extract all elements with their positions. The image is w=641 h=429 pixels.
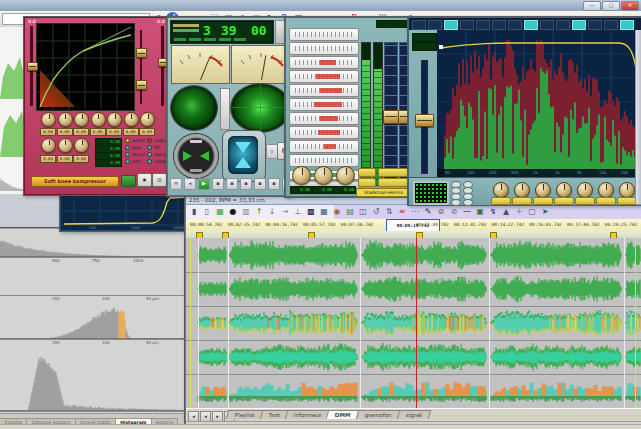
spectrum-tool-13[interactable] [620, 20, 634, 30]
editor-tab-informace[interactable]: Informace [284, 410, 330, 419]
eq-knob-4[interactable] [556, 182, 572, 198]
knob[interactable] [124, 112, 139, 127]
mode-button-1[interactable] [358, 168, 376, 177]
knob[interactable] [58, 138, 73, 153]
spectrum-tool-2[interactable] [444, 20, 458, 30]
track-2[interactable] [186, 272, 641, 307]
spectrum-tool-5[interactable] [492, 20, 506, 30]
transport-button-5[interactable]: ▪ [240, 178, 252, 190]
checkbox-p-d[interactable]: p&d [125, 145, 141, 151]
transport-button-2[interactable]: ▶ [198, 178, 210, 190]
checkbox-panel[interactable]: panel [125, 138, 145, 144]
mast-knob-2[interactable] [314, 166, 333, 185]
spectrum-tool-10[interactable] [572, 20, 586, 30]
transport-button-0[interactable]: ≡ [170, 178, 182, 190]
transport-button-7[interactable]: ▪ [268, 178, 280, 190]
track-5[interactable] [186, 374, 641, 409]
knob[interactable] [41, 112, 56, 127]
mute-2-icon[interactable]: ⊘ [448, 206, 460, 218]
maximize-button[interactable]: ▢ [602, 1, 620, 11]
undo-icon[interactable]: ↺ [370, 206, 382, 218]
knob[interactable] [41, 138, 56, 153]
bolt-icon[interactable]: ↯ [487, 206, 499, 218]
preset-field[interactable]: Stakkman-Henrix [356, 188, 411, 197]
monitor-green-icon[interactable]: ▣ [474, 206, 486, 218]
band-strip-1[interactable] [289, 42, 359, 55]
checkbox-comp[interactable]: comp [147, 159, 166, 165]
eq-knob-6[interactable] [598, 182, 614, 198]
preset-star-button[interactable]: ★ [137, 173, 152, 187]
checkbox-soft[interactable]: soft [125, 159, 140, 165]
input-slider-handle[interactable] [27, 62, 38, 71]
up-icon[interactable]: ↑ [253, 206, 265, 218]
play-green-icon[interactable]: ➤ [539, 206, 551, 218]
eq-knob-1[interactable] [493, 182, 509, 198]
band-strip-6[interactable] [289, 112, 359, 125]
knob[interactable] [140, 112, 155, 127]
scrollbar[interactable] [635, 30, 641, 204]
knob[interactable] [74, 112, 89, 127]
band-strip-7[interactable] [289, 126, 359, 139]
more-icon[interactable]: ⋯ [409, 206, 421, 218]
spectrum-tool-11[interactable] [588, 20, 602, 30]
transport-button-4[interactable]: ▪ [226, 178, 238, 190]
copy-icon[interactable]: ◫ [357, 206, 369, 218]
band-strip-8[interactable] [289, 140, 359, 153]
knob[interactable] [107, 112, 122, 127]
editor-tab-signál[interactable]: signál [396, 410, 431, 419]
track-1[interactable] [186, 238, 641, 273]
track-4[interactable] [186, 340, 641, 375]
checkbox-output[interactable]: output [147, 138, 169, 144]
band-strip-0[interactable] [289, 28, 359, 41]
mode-button-2[interactable] [378, 168, 410, 177]
transport-button-6[interactable]: ▪ [254, 178, 266, 190]
compressor-graph[interactable] [36, 23, 135, 111]
mini-slider-2[interactable] [136, 80, 147, 90]
eq-knob-2[interactable] [514, 182, 530, 198]
band-strip-5[interactable] [289, 98, 359, 111]
fader-handle-left[interactable] [383, 110, 399, 124]
down-icon[interactable]: ↓ [266, 206, 278, 218]
gain-slider-handle[interactable] [415, 114, 434, 127]
calc-button[interactable] [121, 175, 136, 187]
track-area[interactable] [186, 238, 641, 408]
right-icon[interactable]: → [279, 206, 291, 218]
grid-blue-icon[interactable]: ▦ [318, 206, 330, 218]
spectrum-tool-4[interactable] [476, 20, 490, 30]
target-icon[interactable]: ◉ [331, 206, 343, 218]
checkbox-fdr[interactable]: fdr [147, 145, 160, 151]
editor-tab-gramofon[interactable]: gramofon [356, 410, 401, 419]
knob[interactable] [58, 112, 73, 127]
plus-icon[interactable]: + [513, 206, 525, 218]
knob[interactable] [74, 138, 89, 153]
triangle-icon[interactable]: ▲ [500, 206, 512, 218]
list-green-icon[interactable]: ▤ [344, 206, 356, 218]
box-icon[interactable]: ▢ [526, 206, 538, 218]
knob[interactable] [91, 112, 106, 127]
power-button[interactable]: ⊙ [152, 173, 167, 187]
mute-icon[interactable]: ⊘ [435, 206, 447, 218]
pattern-icon[interactable]: ▩ [305, 206, 317, 218]
track-3[interactable] [186, 306, 641, 341]
eq-knob-5[interactable] [577, 182, 593, 198]
spectrum-tool-7[interactable] [524, 20, 538, 30]
spectrum-tool-6[interactable] [508, 20, 522, 30]
swap-icon[interactable]: ⇅ [383, 206, 395, 218]
spectrum-tool-9[interactable] [556, 20, 570, 30]
preset-name[interactable]: Soft knee kompressor [31, 176, 119, 187]
editor-tab-playlist[interactable]: Playlist [226, 410, 264, 419]
rows-icon[interactable]: ▥ [240, 206, 252, 218]
band-strip-4[interactable] [289, 84, 359, 97]
anchor-icon[interactable]: ⊥ [292, 206, 304, 218]
mode-button-4[interactable] [378, 178, 410, 187]
transport-button-1[interactable]: ◂ [184, 178, 196, 190]
minimize-button[interactable]: — [583, 1, 601, 11]
mast-knob-3[interactable] [336, 166, 355, 185]
mast-knob-1[interactable] [292, 166, 311, 185]
filter-toggle[interactable] [451, 199, 461, 206]
eq-knob-7[interactable] [619, 182, 635, 198]
pencil-icon[interactable]: ✎ [422, 206, 434, 218]
spectrum-tool-8[interactable] [540, 20, 554, 30]
object-outline-icon[interactable]: ▯ [201, 206, 213, 218]
close-button[interactable]: ✕ [621, 1, 639, 11]
